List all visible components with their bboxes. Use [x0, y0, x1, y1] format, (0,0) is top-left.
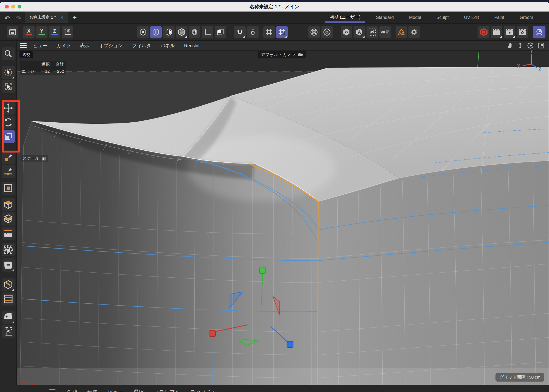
tab-close-icon[interactable]: ✕: [60, 15, 64, 20]
redo-icon[interactable]: [14, 14, 22, 21]
grid-icon: [265, 28, 273, 36]
menu-display[interactable]: 表示: [75, 43, 94, 49]
lock-z-button[interactable]: Z: [49, 26, 60, 38]
loop-cut-tool[interactable]: [2, 292, 15, 306]
viewport-canvas[interactable]: Y X Z 透視 デフォルトカメラ 選: [16, 50, 549, 385]
scale-tool[interactable]: [2, 130, 15, 143]
mask-tool[interactable]: [2, 258, 15, 272]
viewport-menubar: ビュー カメラ 表示 オプション フィルタ パネル Redshift: [16, 41, 549, 50]
close-window-button[interactable]: [5, 5, 9, 9]
viewport-search-tool[interactable]: [2, 47, 15, 60]
hide-selected-button[interactable]: [366, 26, 378, 38]
extrude-tool[interactable]: [2, 198, 15, 211]
axis-modify-button[interactable]: [202, 26, 213, 38]
bottom-menu-view[interactable]: ビュー: [103, 385, 128, 392]
bottom-menu-texture[interactable]: テクスチャ: [185, 385, 222, 392]
viewport-solo-button[interactable]: [341, 26, 352, 38]
zoom-window-button[interactable]: [18, 5, 21, 9]
workplane-icon: [217, 28, 224, 36]
stats-header-total: 合計: [50, 62, 64, 67]
redshift-button[interactable]: [478, 26, 489, 38]
snap-settings-button[interactable]: [247, 26, 259, 38]
object-mode-button[interactable]: [176, 26, 187, 38]
tab-bar: 名称未設定 1 * ✕ + 初期 (ユーザー) Standard Model S…: [0, 12, 549, 24]
bridge-tool[interactable]: [2, 227, 15, 240]
snap-button[interactable]: [234, 26, 246, 38]
new-tab-button[interactable]: +: [68, 12, 82, 23]
viewport-menu-icon[interactable]: [20, 43, 27, 48]
redshift-icon: [479, 28, 488, 36]
iron-tool[interactable]: [2, 311, 15, 324]
lock-x-button[interactable]: X: [23, 26, 35, 38]
live-selection-tool[interactable]: [2, 66, 15, 79]
tweak-frame-tool[interactable]: [2, 182, 15, 195]
menu-filter[interactable]: フィルタ: [127, 43, 156, 49]
menu-options[interactable]: オプション: [94, 43, 127, 49]
coordinate-system-button[interactable]: [62, 26, 73, 38]
capture-button[interactable]: [533, 26, 545, 38]
update-refresh-button[interactable]: [396, 26, 407, 38]
gear-icon: [410, 28, 418, 36]
soft-selection-tool[interactable]: [2, 243, 15, 256]
bottom-menu-create[interactable]: 作成: [62, 385, 82, 392]
clapperboard-play-icon: [505, 28, 514, 36]
layout-tab-default[interactable]: 初期 (ユーザー): [322, 12, 368, 23]
camera-icon: [298, 53, 303, 57]
set-flow-icon: [3, 326, 13, 336]
polygon-mode-button[interactable]: [163, 26, 175, 38]
menu-view[interactable]: ビュー: [28, 43, 52, 49]
layout-tab-model[interactable]: Model: [401, 12, 429, 23]
settings-button[interactable]: [408, 26, 420, 38]
render-settings-button[interactable]: [517, 26, 528, 38]
orbit-icon[interactable]: [527, 42, 534, 49]
point-mode-button[interactable]: [137, 26, 149, 38]
document-tab[interactable]: 名称未設定 1 * ✕: [25, 12, 68, 23]
render-view-button[interactable]: [7, 26, 18, 38]
layout-tab-standard[interactable]: Standard: [368, 12, 401, 23]
spline-pen-tool[interactable]: [2, 165, 15, 178]
move-tool[interactable]: [2, 101, 15, 115]
layout-tab-groom[interactable]: Groom: [512, 12, 541, 23]
render-view-toolbar-button[interactable]: [491, 26, 502, 38]
isoline-button[interactable]: [308, 26, 320, 38]
undo-icon[interactable]: [4, 14, 12, 21]
pan-hand-icon[interactable]: [507, 42, 513, 49]
set-flow-tool[interactable]: [2, 325, 15, 338]
bottom-menu-material[interactable]: マテリアル: [149, 385, 185, 392]
scale-tool-mini-icon: [41, 156, 46, 161]
quantize-lock-button[interactable]: [276, 26, 288, 38]
bevel-tool[interactable]: [2, 212, 15, 225]
line-cut-tool[interactable]: [2, 278, 15, 291]
projection-label[interactable]: 透視: [19, 51, 33, 58]
polygon-mode-icon: [165, 28, 172, 36]
layout-tab-sculpt[interactable]: Sculpt: [429, 12, 456, 23]
quantize-button[interactable]: [263, 26, 275, 38]
timeline-menu-icon[interactable]: [49, 389, 55, 392]
bottom-menu-edit[interactable]: 編集: [82, 385, 103, 392]
minimize-window-button[interactable]: [11, 5, 15, 9]
layout-tab-paint[interactable]: Paint: [487, 12, 512, 23]
rotate-icon: [3, 117, 13, 127]
camera-label[interactable]: デフォルトカメラ: [258, 51, 306, 58]
menu-camera[interactable]: カメラ: [52, 43, 75, 49]
rectangle-selection-tool[interactable]: [2, 80, 15, 93]
menu-redshift[interactable]: Redshift: [180, 43, 206, 48]
workplane-button[interactable]: [215, 26, 226, 38]
texture-mode-button[interactable]: [189, 26, 200, 38]
dolly-icon[interactable]: [517, 42, 523, 49]
render-picture-viewer-button[interactable]: [504, 26, 515, 38]
filter-display-button[interactable]: [379, 26, 391, 38]
maximize-view-icon[interactable]: [538, 43, 544, 49]
magic-capture-icon: [535, 28, 543, 36]
solo-eye-icon: [343, 28, 350, 36]
layout-tab-uvedit[interactable]: UV Edit: [456, 12, 486, 23]
lock-y-button[interactable]: Y: [36, 26, 47, 38]
auto-mode-button[interactable]: A: [354, 26, 365, 38]
bottom-menu-select[interactable]: 選択: [128, 385, 149, 392]
edge-mode-button[interactable]: [150, 26, 162, 38]
polygon-pen-tool[interactable]: [2, 151, 15, 164]
rotate-tool[interactable]: [2, 116, 15, 129]
menu-panel[interactable]: パネル: [156, 43, 180, 49]
isoline-settings-button[interactable]: [321, 26, 333, 38]
tweak-frame-icon: [3, 183, 13, 193]
